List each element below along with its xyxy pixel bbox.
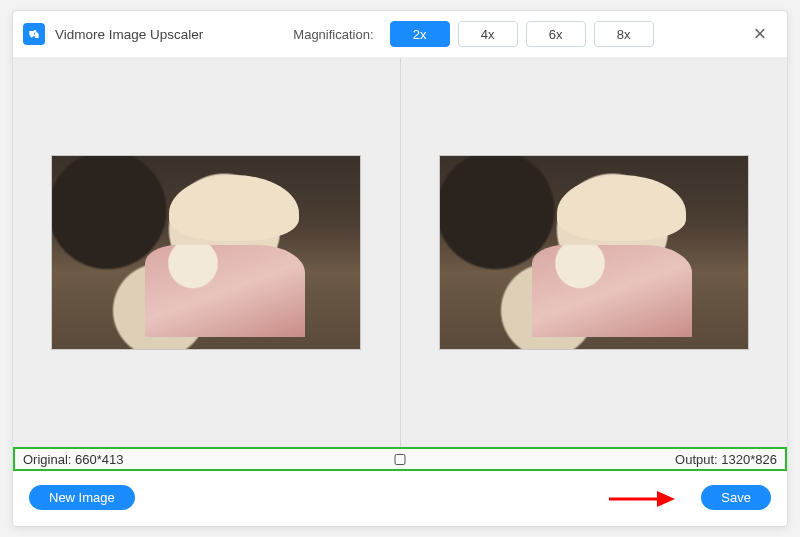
preview-area [13,58,787,447]
footer-bar: New Image Save [13,471,787,526]
original-dimensions: Original: 660*413 [23,452,124,467]
magnification-label: Magnification: [293,27,373,42]
output-dimensions-value: 1320*826 [721,452,777,467]
output-image [439,155,749,350]
output-dimensions: Output: 1320*826 [675,452,777,467]
output-dimensions-label: Output: [675,452,718,467]
header-bar: Vidmore Image Upscaler Magnification: 2x… [13,11,787,58]
app-title: Vidmore Image Upscaler [55,27,203,42]
app-window: Vidmore Image Upscaler Magnification: 2x… [12,10,788,527]
magnification-group: 2x 4x 6x 8x [390,21,654,47]
puzzle-icon [27,27,41,41]
close-icon[interactable]: × [747,21,773,47]
magnification-option-2x[interactable]: 2x [390,21,450,47]
new-image-button[interactable]: New Image [29,485,135,510]
original-dimensions-label: Original: [23,452,71,467]
original-preview-pane [13,58,400,447]
dimensions-info-bar: Original: 660*413 Output: 1320*826 [13,447,787,471]
magnification-option-6x[interactable]: 6x [526,21,586,47]
save-button[interactable]: Save [701,485,771,510]
original-image [51,155,361,350]
app-logo-icon [23,23,45,45]
output-preview-pane [401,58,788,447]
magnification-option-8x[interactable]: 8x [594,21,654,47]
magnification-option-4x[interactable]: 4x [458,21,518,47]
original-dimensions-value: 660*413 [75,452,123,467]
compare-handle-icon[interactable] [395,454,406,465]
